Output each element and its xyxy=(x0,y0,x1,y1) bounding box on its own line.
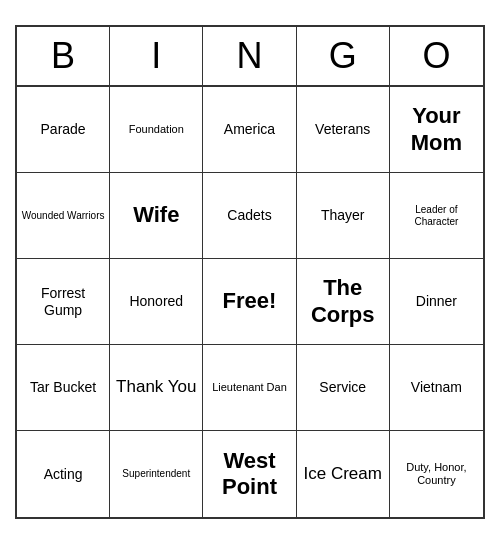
cell-text-9: Leader of Character xyxy=(394,204,479,228)
bingo-cell-16[interactable]: Thank You xyxy=(110,345,203,431)
bingo-cell-7[interactable]: Cadets xyxy=(203,173,296,259)
cell-text-16: Thank You xyxy=(116,377,196,397)
bingo-cell-21[interactable]: Superintendent xyxy=(110,431,203,517)
cell-text-14: Dinner xyxy=(416,293,457,310)
bingo-cell-8[interactable]: Thayer xyxy=(297,173,390,259)
cell-text-12: Free! xyxy=(223,288,277,314)
cell-text-21: Superintendent xyxy=(122,468,190,480)
cell-text-22: West Point xyxy=(207,448,291,501)
cell-text-11: Honored xyxy=(129,293,183,310)
cell-text-7: Cadets xyxy=(227,207,271,224)
bingo-cell-12[interactable]: Free! xyxy=(203,259,296,345)
cell-text-8: Thayer xyxy=(321,207,365,224)
cell-text-2: America xyxy=(224,121,275,138)
bingo-header: BINGO xyxy=(17,27,483,87)
header-letter-n: N xyxy=(203,27,296,85)
bingo-cell-5[interactable]: Wounded Warriors xyxy=(17,173,110,259)
bingo-cell-24[interactable]: Duty, Honor, Country xyxy=(390,431,483,517)
header-letter-g: G xyxy=(297,27,390,85)
bingo-cell-20[interactable]: Acting xyxy=(17,431,110,517)
cell-text-20: Acting xyxy=(44,466,83,483)
cell-text-5: Wounded Warriors xyxy=(22,210,105,222)
bingo-cell-4[interactable]: Your Mom xyxy=(390,87,483,173)
cell-text-4: Your Mom xyxy=(394,103,479,156)
bingo-cell-6[interactable]: Wife xyxy=(110,173,203,259)
bingo-cell-17[interactable]: Lieutenant Dan xyxy=(203,345,296,431)
cell-text-0: Parade xyxy=(41,121,86,138)
bingo-cell-23[interactable]: Ice Cream xyxy=(297,431,390,517)
cell-text-24: Duty, Honor, Country xyxy=(394,461,479,487)
cell-text-15: Tar Bucket xyxy=(30,379,96,396)
bingo-cell-19[interactable]: Vietnam xyxy=(390,345,483,431)
cell-text-10: Forrest Gump xyxy=(21,285,105,319)
header-letter-i: I xyxy=(110,27,203,85)
cell-text-18: Service xyxy=(319,379,366,396)
cell-text-3: Veterans xyxy=(315,121,370,138)
bingo-cell-15[interactable]: Tar Bucket xyxy=(17,345,110,431)
bingo-card: BINGO ParadeFoundationAmericaVeteransYou… xyxy=(15,25,485,519)
header-letter-b: B xyxy=(17,27,110,85)
cell-text-23: Ice Cream xyxy=(303,464,381,484)
bingo-cell-13[interactable]: The Corps xyxy=(297,259,390,345)
bingo-grid: ParadeFoundationAmericaVeteransYour MomW… xyxy=(17,87,483,517)
cell-text-19: Vietnam xyxy=(411,379,462,396)
bingo-cell-3[interactable]: Veterans xyxy=(297,87,390,173)
bingo-cell-22[interactable]: West Point xyxy=(203,431,296,517)
bingo-cell-14[interactable]: Dinner xyxy=(390,259,483,345)
bingo-cell-1[interactable]: Foundation xyxy=(110,87,203,173)
cell-text-13: The Corps xyxy=(301,275,385,328)
bingo-cell-2[interactable]: America xyxy=(203,87,296,173)
header-letter-o: O xyxy=(390,27,483,85)
cell-text-6: Wife xyxy=(133,202,179,228)
cell-text-17: Lieutenant Dan xyxy=(212,381,287,394)
bingo-cell-9[interactable]: Leader of Character xyxy=(390,173,483,259)
bingo-cell-11[interactable]: Honored xyxy=(110,259,203,345)
bingo-cell-18[interactable]: Service xyxy=(297,345,390,431)
bingo-cell-0[interactable]: Parade xyxy=(17,87,110,173)
bingo-cell-10[interactable]: Forrest Gump xyxy=(17,259,110,345)
cell-text-1: Foundation xyxy=(129,123,184,136)
